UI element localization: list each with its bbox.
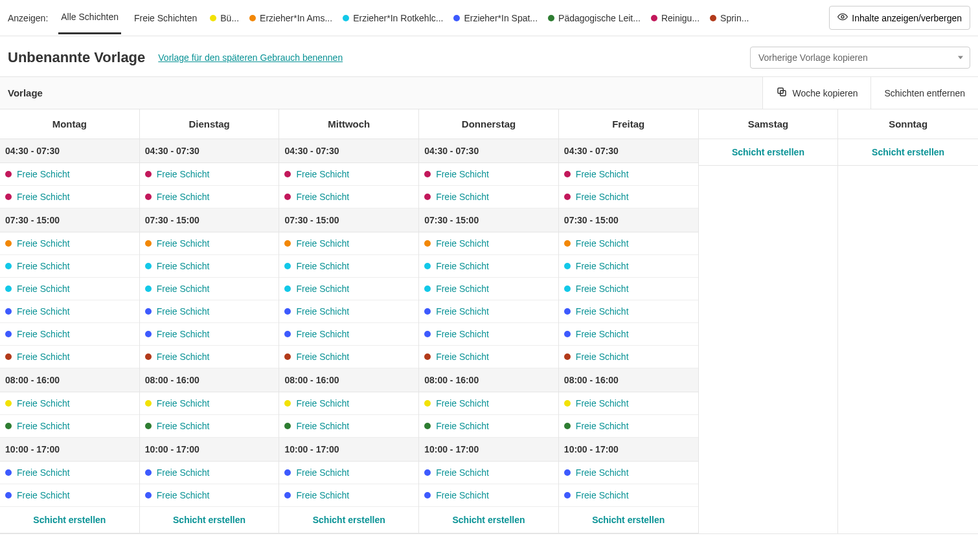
shift-label: Freie Schicht	[576, 467, 629, 478]
shift-label: Freie Schicht	[436, 398, 489, 409]
filter-chip[interactable]: Reinigu...	[651, 13, 699, 23]
create-shift-button[interactable]: Schicht erstellen	[559, 507, 698, 533]
shift-item[interactable]: Freie Schicht	[0, 323, 139, 346]
tab-alle-schichten[interactable]: Alle Schichten	[58, 1, 121, 34]
create-shift-button[interactable]: Schicht erstellen	[0, 507, 139, 533]
shift-item[interactable]: Freie Schicht	[419, 300, 558, 323]
shift-item[interactable]: Freie Schicht	[279, 163, 418, 186]
shift-item[interactable]: Freie Schicht	[140, 186, 279, 208]
shift-item[interactable]: Freie Schicht	[419, 323, 558, 346]
shift-item[interactable]: Freie Schicht	[279, 323, 418, 346]
shift-item[interactable]: Freie Schicht	[279, 232, 418, 255]
shift-item[interactable]: Freie Schicht	[419, 415, 558, 438]
shift-item[interactable]: Freie Schicht	[559, 186, 698, 208]
toggle-visibility-button[interactable]: Inhalte anzeigen/verbergen	[829, 6, 970, 30]
create-shift-button[interactable]: Schicht erstellen	[279, 507, 418, 533]
shift-label: Freie Schicht	[436, 238, 489, 249]
shift-item[interactable]: Freie Schicht	[0, 163, 139, 186]
copy-week-button[interactable]: Woche kopieren	[762, 77, 871, 109]
shift-item[interactable]: Freie Schicht	[279, 415, 418, 438]
shift-item[interactable]: Freie Schicht	[559, 232, 698, 255]
tab-freie-schichten[interactable]: Freie Schichten	[131, 3, 199, 34]
filter-chip[interactable]: Erzieher*In Spat...	[453, 13, 538, 23]
shift-item[interactable]: Freie Schicht	[279, 300, 418, 323]
shift-item[interactable]: Freie Schicht	[279, 186, 418, 208]
shift-label: Freie Schicht	[157, 284, 210, 294]
shift-item[interactable]: Freie Schicht	[419, 484, 558, 507]
shift-item[interactable]: Freie Schicht	[559, 300, 698, 323]
remove-shifts-button[interactable]: Schichten entfernen	[870, 77, 978, 109]
shift-item[interactable]: Freie Schicht	[140, 392, 279, 415]
shift-item[interactable]: Freie Schicht	[419, 186, 558, 208]
shift-item[interactable]: Freie Schicht	[140, 323, 279, 346]
shift-item[interactable]: Freie Schicht	[559, 392, 698, 415]
shift-item[interactable]: Freie Schicht	[0, 392, 139, 415]
create-shift-button[interactable]: Schicht erstellen	[838, 139, 978, 166]
shift-item[interactable]: Freie Schicht	[279, 462, 418, 484]
shift-item[interactable]: Freie Schicht	[140, 232, 279, 255]
shift-item[interactable]: Freie Schicht	[559, 484, 698, 507]
shift-item[interactable]: Freie Schicht	[0, 346, 139, 368]
shift-item[interactable]: Freie Schicht	[279, 346, 418, 368]
rename-template-link[interactable]: Vorlage für den späteren Gebrauch benenn…	[158, 52, 343, 63]
shift-item[interactable]: Freie Schicht	[0, 186, 139, 208]
time-block-header: 07:30 - 15:00	[140, 208, 279, 232]
shift-item[interactable]: Freie Schicht	[140, 346, 279, 368]
filter-chip[interactable]: Sprin...	[710, 13, 749, 23]
filter-chip[interactable]: Erzieher*In Ams...	[249, 13, 332, 23]
shift-label: Freie Schicht	[17, 284, 70, 294]
shift-item[interactable]: Freie Schicht	[419, 255, 558, 278]
shift-item[interactable]: Freie Schicht	[140, 484, 279, 507]
copy-week-label: Woche kopieren	[793, 88, 858, 98]
shift-item[interactable]: Freie Schicht	[419, 346, 558, 368]
shift-item[interactable]: Freie Schicht	[559, 255, 698, 278]
time-block-header: 07:30 - 15:00	[419, 208, 558, 232]
shift-item[interactable]: Freie Schicht	[559, 278, 698, 300]
shift-item[interactable]: Freie Schicht	[0, 415, 139, 438]
time-block-header: 04:30 - 07:30	[279, 139, 418, 163]
shift-item[interactable]: Freie Schicht	[419, 232, 558, 255]
shift-item[interactable]: Freie Schicht	[0, 462, 139, 484]
filter-chip-label: Erzieher*In Spat...	[464, 13, 538, 23]
shift-item[interactable]: Freie Schicht	[140, 415, 279, 438]
shift-item[interactable]: Freie Schicht	[0, 300, 139, 323]
shift-item[interactable]: Freie Schicht	[559, 415, 698, 438]
shift-item[interactable]: Freie Schicht	[559, 346, 698, 368]
shift-item[interactable]: Freie Schicht	[0, 278, 139, 300]
color-dot-icon	[564, 240, 571, 247]
filter-chip[interactable]: Bü...	[210, 13, 239, 23]
color-dot-icon	[284, 194, 291, 200]
create-shift-button[interactable]: Schicht erstellen	[699, 139, 838, 166]
shift-item[interactable]: Freie Schicht	[559, 323, 698, 346]
shift-item[interactable]: Freie Schicht	[559, 163, 698, 186]
shift-item[interactable]: Freie Schicht	[279, 255, 418, 278]
shift-item[interactable]: Freie Schicht	[279, 392, 418, 415]
shift-item[interactable]: Freie Schicht	[419, 462, 558, 484]
shift-item[interactable]: Freie Schicht	[279, 278, 418, 300]
shift-item[interactable]: Freie Schicht	[419, 163, 558, 186]
shift-item[interactable]: Freie Schicht	[0, 255, 139, 278]
shift-item[interactable]: Freie Schicht	[140, 462, 279, 484]
filter-chip[interactable]: Pädagogische Leit...	[548, 13, 641, 23]
time-block-header: 08:00 - 16:00	[279, 368, 418, 392]
shift-item[interactable]: Freie Schicht	[419, 278, 558, 300]
create-shift-button[interactable]: Schicht erstellen	[419, 507, 558, 533]
shift-item[interactable]: Freie Schicht	[0, 484, 139, 507]
shift-item[interactable]: Freie Schicht	[140, 255, 279, 278]
shift-label: Freie Schicht	[436, 169, 489, 179]
filter-chip[interactable]: Erzieher*In Rotkehlc...	[343, 13, 443, 23]
shift-item[interactable]: Freie Schicht	[140, 300, 279, 323]
color-dot-icon	[145, 423, 152, 429]
create-shift-button[interactable]: Schicht erstellen	[140, 507, 279, 533]
shift-label: Freie Schicht	[296, 490, 349, 500]
shift-item[interactable]: Freie Schicht	[140, 278, 279, 300]
filter-chip-label: Pädagogische Leit...	[558, 13, 641, 23]
shift-item[interactable]: Freie Schicht	[419, 392, 558, 415]
time-block-header: 07:30 - 15:00	[0, 208, 139, 232]
color-dot-icon	[564, 308, 571, 315]
shift-item[interactable]: Freie Schicht	[279, 484, 418, 507]
copy-previous-template-select[interactable]: Vorherige Vorlage kopieren	[750, 47, 970, 69]
shift-item[interactable]: Freie Schicht	[0, 232, 139, 255]
shift-item[interactable]: Freie Schicht	[559, 462, 698, 484]
shift-item[interactable]: Freie Schicht	[140, 163, 279, 186]
